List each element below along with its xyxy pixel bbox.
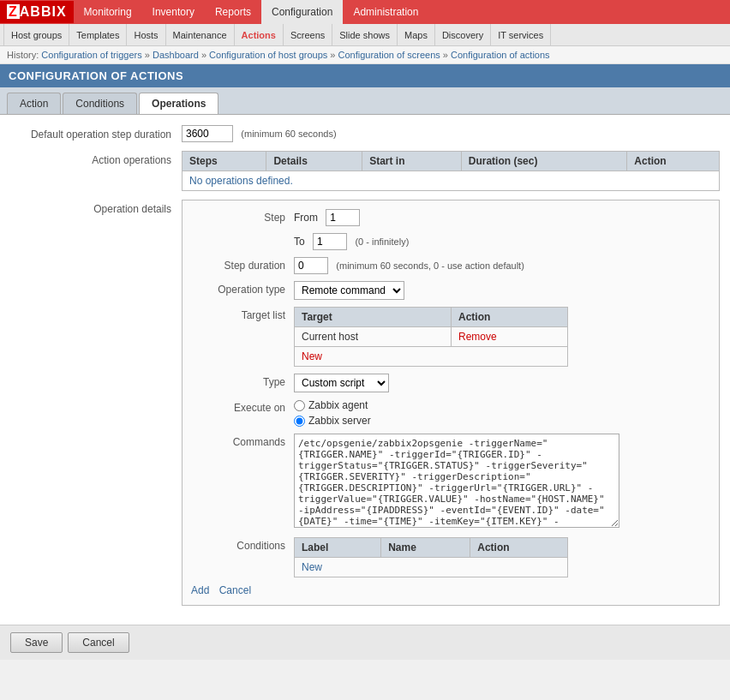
target-table: Target Action Current host Remove (294, 307, 568, 367)
execute-on-radio-group: Zabbix agent Zabbix server (294, 399, 710, 427)
subnav-maps[interactable]: Maps (398, 24, 435, 45)
target-new-link[interactable]: New (302, 350, 322, 362)
commands-row: Commands /etc/opsgenie/zabbix2opsgenie -… (191, 434, 710, 530)
type-select[interactable]: Custom script IPMI command SSH Telnet Gl… (294, 374, 389, 392)
radio-agent-label: Zabbix agent (308, 399, 368, 411)
breadcrumb-prefix: History: (7, 50, 39, 60)
breadcrumb-triggers[interactable]: Configuration of triggers (41, 50, 141, 60)
step-duration-value: (minimum 60 seconds, 0 - use action defa… (294, 257, 710, 274)
target-list-value: Target Action Current host Remove (294, 307, 710, 367)
ops-col-action: Action (627, 152, 720, 171)
nav-inventory[interactable]: Inventory (142, 0, 205, 24)
commands-label: Commands (191, 434, 294, 448)
subnav-hosts[interactable]: Hosts (127, 24, 165, 45)
conditions-label: Conditions (191, 537, 294, 552)
nav-administration[interactable]: Administration (343, 0, 428, 24)
save-button[interactable]: Save (10, 632, 63, 653)
execute-on-row: Execute on Zabbix agent Zabbix server (191, 399, 710, 427)
step-duration-label: Step duration (191, 257, 294, 272)
conditions-row: Conditions Label Name Action (191, 537, 710, 577)
page-title: CONFIGURATION OF ACTIONS (0, 64, 730, 87)
default-step-value: (minimum 60 seconds) (182, 125, 720, 142)
type-value: Custom script IPMI command SSH Telnet Gl… (294, 374, 710, 392)
op-type-row: Operation type Remote command Send messa… (191, 281, 710, 300)
main-content: Default operation step duration (minimum… (0, 115, 730, 625)
subnav-maintenance[interactable]: Maintenance (166, 24, 235, 45)
default-step-label: Default operation step duration (10, 125, 182, 141)
op-type-select[interactable]: Remote command Send message (294, 281, 404, 300)
tab-conditions[interactable]: Conditions (63, 93, 137, 114)
step-duration-input[interactable] (294, 257, 328, 274)
step-from-row: Step From (191, 209, 710, 226)
target-list-row: Target list Target Action (191, 307, 710, 367)
default-step-hint: (minimum 60 seconds) (241, 129, 336, 139)
step-to-input[interactable] (313, 233, 347, 250)
ops-col-start-in: Start in (362, 152, 462, 171)
cond-col-label: Label (295, 538, 381, 558)
nav-reports[interactable]: Reports (205, 0, 261, 24)
breadcrumb-actions[interactable]: Configuration of actions (451, 50, 550, 60)
radio-server-input[interactable] (294, 416, 305, 427)
conditions-table: Label Name Action New (294, 537, 568, 577)
from-label: From (294, 212, 318, 224)
nav-configuration[interactable]: Configuration (261, 0, 343, 24)
target-col-target: Target (295, 308, 452, 327)
radio-server-label: Zabbix server (308, 415, 371, 427)
target-list-label: Target list (191, 307, 294, 321)
cond-col-action: Action (470, 538, 568, 558)
table-row: New (295, 558, 568, 577)
no-ops-text: No operations defined. (189, 170, 293, 192)
operation-details-label: Operation details (10, 200, 182, 215)
execute-on-value: Zabbix agent Zabbix server (294, 399, 710, 427)
step-label: Step (191, 209, 294, 224)
type-row: Type Custom script IPMI command SSH Teln… (191, 374, 710, 392)
breadcrumb: History: Configuration of triggers » Das… (0, 46, 730, 64)
tab-operations[interactable]: Operations (139, 93, 218, 114)
action-operations-label: Action operations (10, 151, 182, 166)
radio-zabbix-server[interactable]: Zabbix server (294, 415, 710, 427)
top-navigation: Monitoring Inventory Reports Configurati… (74, 0, 429, 24)
target-action: Remove (452, 327, 568, 347)
to-label: To (294, 236, 305, 248)
target-host: Current host (295, 327, 452, 347)
conditions-new-link[interactable]: New (302, 561, 322, 573)
subnav-it-services[interactable]: IT services (491, 24, 551, 45)
ops-col-details: Details (266, 152, 362, 171)
subnav-host-groups[interactable]: Host groups (3, 24, 69, 45)
cancel-link[interactable]: Cancel (219, 584, 251, 596)
op-type-value: Remote command Send message (294, 281, 710, 300)
breadcrumb-screens[interactable]: Configuration of screens (338, 50, 440, 60)
logo: ZABBIX (0, 1, 74, 23)
commands-textarea[interactable]: /etc/opsgenie/zabbix2opsgenie -triggerNa… (294, 434, 619, 528)
logo-z: Z (7, 4, 20, 19)
subnav-screens[interactable]: Screens (284, 24, 332, 45)
step-to-value: To (0 - infinitely) (294, 233, 710, 250)
subnav-discovery[interactable]: Discovery (435, 24, 491, 45)
default-step-input[interactable] (182, 125, 233, 142)
subnav-actions[interactable]: Actions (235, 24, 284, 45)
nav-monitoring[interactable]: Monitoring (74, 0, 142, 24)
operations-table: Steps Details Start in Duration (sec) Ac… (182, 151, 720, 191)
ops-col-steps: Steps (182, 152, 266, 171)
to-hint: (0 - infinitely) (355, 236, 409, 247)
action-links: Add Cancel (191, 584, 710, 596)
subnav-templates[interactable]: Templates (69, 24, 127, 45)
radio-zabbix-agent[interactable]: Zabbix agent (294, 399, 710, 411)
cond-col-name: Name (381, 538, 470, 558)
to-static-label (191, 233, 294, 236)
step-duration-row: Step duration (minimum 60 seconds, 0 - u… (191, 257, 710, 274)
breadcrumb-dashboard[interactable]: Dashboard (153, 50, 199, 60)
breadcrumb-host-groups[interactable]: Configuration of host groups (209, 50, 327, 60)
remove-link[interactable]: Remove (458, 331, 497, 343)
radio-agent-input[interactable] (294, 400, 305, 411)
add-link[interactable]: Add (191, 584, 209, 596)
action-operations-value: Steps Details Start in Duration (sec) Ac… (182, 151, 720, 191)
table-row: Current host Remove (295, 327, 568, 347)
type-label: Type (191, 374, 294, 388)
tab-action[interactable]: Action (7, 93, 61, 114)
sub-navigation: Host groups Templates Hosts Maintenance … (0, 24, 730, 46)
step-from-input[interactable] (326, 209, 360, 226)
cancel-button[interactable]: Cancel (68, 632, 129, 653)
subnav-slideshows[interactable]: Slide shows (332, 24, 398, 45)
conditions-value: Label Name Action New (294, 537, 710, 577)
